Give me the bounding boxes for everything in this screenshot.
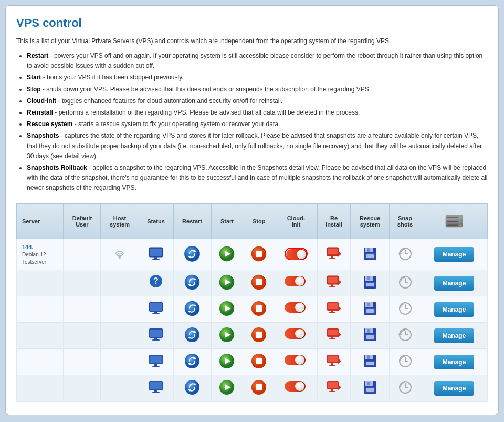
- reinstall-cell[interactable]: [317, 270, 350, 296]
- toggle-switch[interactable]: [285, 302, 306, 313]
- rescue-cell[interactable]: [351, 375, 390, 402]
- reinstall-icon[interactable]: [326, 246, 342, 261]
- manage-cell[interactable]: Manage: [421, 296, 487, 323]
- manage-cell[interactable]: Manage: [421, 323, 487, 349]
- manage-button[interactable]: Manage: [434, 302, 475, 317]
- stop-cell[interactable]: [243, 296, 275, 323]
- toggle-switch[interactable]: [285, 276, 306, 286]
- restart-icon[interactable]: [184, 353, 200, 369]
- cloud-init-toggle[interactable]: [285, 328, 308, 341]
- reinstall-cell[interactable]: [317, 239, 350, 270]
- stop-icon[interactable]: [251, 274, 267, 290]
- reinstall-icon[interactable]: [326, 275, 342, 290]
- snapshots-cell[interactable]: [390, 239, 421, 270]
- floppy-icon[interactable]: [363, 380, 377, 395]
- toggle-switch[interactable]: [285, 381, 306, 392]
- reinstall-cell[interactable]: [317, 349, 350, 375]
- history-icon[interactable]: [398, 275, 412, 289]
- reinstall-cell[interactable]: [317, 375, 350, 402]
- manage-button[interactable]: Manage: [434, 355, 475, 369]
- start-cell[interactable]: [211, 375, 243, 402]
- restart-cell[interactable]: [173, 270, 211, 296]
- manage-button[interactable]: Manage: [434, 381, 475, 396]
- start-circle-icon[interactable]: [219, 246, 235, 262]
- reinstall-cell[interactable]: [317, 323, 350, 349]
- stop-circle-icon[interactable]: [251, 246, 267, 262]
- stop-cell[interactable]: [243, 375, 275, 402]
- floppy-icon[interactable]: [363, 275, 377, 290]
- cloud-init-toggle[interactable]: [285, 355, 308, 367]
- reinstall-icon[interactable]: [326, 301, 342, 316]
- floppy-icon[interactable]: [363, 327, 377, 342]
- reinstall-icon[interactable]: [326, 327, 342, 342]
- cloud-init-cell[interactable]: [275, 323, 318, 349]
- floppy-icon[interactable]: [363, 301, 377, 316]
- reinstall-icon[interactable]: [326, 354, 342, 368]
- cloud-init-cell[interactable]: [275, 375, 318, 402]
- snapshots-cell[interactable]: [390, 323, 421, 349]
- start-cell[interactable]: [211, 296, 243, 323]
- manage-button[interactable]: Manage: [434, 276, 475, 291]
- start-icon[interactable]: [219, 301, 235, 316]
- restart-cell[interactable]: [173, 349, 211, 375]
- cloud-init-cell[interactable]: [275, 349, 318, 375]
- start-cell[interactable]: [211, 349, 243, 375]
- stop-icon[interactable]: [251, 379, 267, 395]
- manage-button[interactable]: Manage: [434, 328, 475, 343]
- cloud-init-cell[interactable]: [275, 296, 318, 323]
- rescue-cell[interactable]: [351, 296, 390, 323]
- history-icon[interactable]: [398, 328, 412, 342]
- manage-button[interactable]: Manage: [434, 247, 475, 262]
- cloud-init-toggle-highlighted[interactable]: [285, 248, 308, 260]
- start-cell[interactable]: [211, 239, 243, 270]
- start-icon[interactable]: [219, 353, 235, 369]
- restart-icon[interactable]: [184, 379, 200, 395]
- stop-cell[interactable]: [243, 270, 275, 296]
- snapshots-cell[interactable]: [390, 296, 421, 323]
- snapshots-cell[interactable]: [390, 375, 421, 402]
- reinstall-icon[interactable]: [326, 380, 342, 395]
- cloud-init-cell[interactable]: [275, 239, 318, 270]
- history-icon[interactable]: [398, 247, 412, 261]
- stop-cell[interactable]: [243, 323, 275, 349]
- stop-cell[interactable]: [243, 239, 275, 270]
- restart-icon[interactable]: [184, 301, 200, 316]
- manage-cell[interactable]: Manage: [421, 375, 487, 402]
- snapshots-cell[interactable]: [390, 270, 421, 296]
- manage-cell[interactable]: Manage: [421, 270, 487, 296]
- manage-cell[interactable]: Manage: [421, 239, 487, 270]
- history-icon[interactable]: [398, 380, 412, 394]
- restart-icon[interactable]: [184, 327, 200, 343]
- restart-cell[interactable]: [173, 296, 211, 323]
- manage-cell[interactable]: Manage: [421, 349, 487, 375]
- stop-icon[interactable]: [246, 246, 271, 263]
- toggle-switch-on[interactable]: [286, 249, 307, 260]
- rescue-cell[interactable]: [351, 323, 390, 349]
- rescue-cell[interactable]: [351, 270, 390, 296]
- stop-icon[interactable]: [251, 327, 267, 343]
- start-icon[interactable]: [215, 246, 240, 263]
- restart-cell[interactable]: [173, 375, 211, 402]
- history-icon[interactable]: [398, 302, 412, 315]
- floppy-icon[interactable]: [363, 354, 377, 368]
- snapshots-cell[interactable]: [390, 349, 421, 375]
- start-icon[interactable]: [219, 274, 235, 290]
- restart-cell[interactable]: [173, 323, 211, 349]
- restart-cell[interactable]: [173, 239, 211, 270]
- toggle-switch[interactable]: [285, 328, 306, 339]
- start-icon[interactable]: [219, 327, 235, 343]
- history-icon[interactable]: [398, 354, 412, 368]
- restart-icon[interactable]: [184, 274, 200, 290]
- cloud-init-toggle[interactable]: [285, 302, 308, 315]
- start-cell[interactable]: [211, 323, 243, 349]
- rescue-cell[interactable]: [351, 239, 390, 270]
- cloud-init-cell[interactable]: [275, 270, 318, 296]
- rescue-cell[interactable]: [351, 349, 390, 375]
- stop-icon[interactable]: [251, 353, 267, 369]
- start-icon[interactable]: [219, 379, 235, 395]
- restart-circle-icon[interactable]: [184, 246, 200, 262]
- cloud-init-toggle[interactable]: [285, 381, 308, 394]
- stop-cell[interactable]: [243, 349, 275, 375]
- start-cell[interactable]: [211, 270, 243, 296]
- floppy-icon[interactable]: [363, 246, 377, 261]
